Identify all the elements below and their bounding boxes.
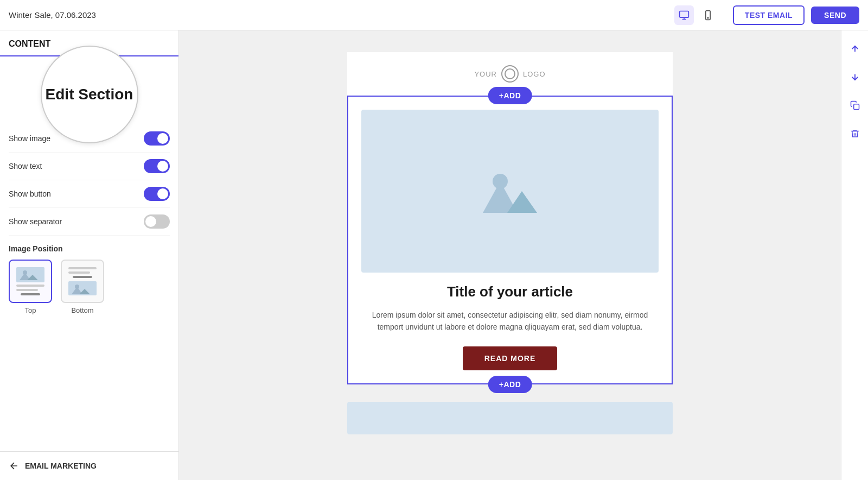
logo-circle-inner (505, 68, 515, 79)
canvas-area: YOUR LOGO +ADD (179, 30, 841, 480)
section-wrapper: +ADD Title of your article Lorem ipsum d… (347, 96, 673, 384)
delete-button[interactable] (845, 124, 865, 143)
send-button[interactable]: SEND (811, 7, 859, 24)
add-section-bottom-button[interactable]: +ADD (488, 376, 532, 393)
duplicate-button[interactable] (845, 96, 865, 115)
svg-rect-10 (68, 267, 97, 269)
top-bar: Winter Sale, 07.06.2023 TEST EMAIL SEND (0, 0, 868, 30)
show-text-toggle[interactable] (144, 159, 170, 173)
mobile-view-button[interactable] (698, 5, 718, 25)
svg-rect-11 (68, 271, 90, 274)
position-options: Top (9, 260, 170, 314)
position-bottom-option[interactable]: Bottom (61, 260, 104, 314)
show-image-label: Show image (9, 134, 50, 143)
email-marketing-label: EMAIL MARKETING (25, 462, 97, 470)
sidebar-footer[interactable]: EMAIL MARKETING (0, 451, 178, 480)
svg-rect-7 (16, 285, 44, 287)
image-position-section: Image Position (9, 236, 170, 323)
position-bottom-label: Bottom (71, 306, 93, 314)
position-top-card (9, 260, 52, 303)
show-separator-row: Show separator (9, 208, 170, 236)
show-button-row: Show button (9, 180, 170, 208)
svg-rect-8 (16, 289, 38, 291)
add-section-top-button[interactable]: +ADD (488, 87, 532, 104)
svg-marker-19 (507, 191, 537, 213)
article-image (361, 110, 659, 273)
read-more-button[interactable]: READ MORE (463, 346, 558, 370)
svg-point-2 (707, 17, 709, 18)
logo-text-left: YOUR (474, 70, 497, 78)
position-bottom-card (61, 260, 104, 303)
svg-rect-9 (21, 293, 40, 295)
sidebar-controls: Show image Show text Show button Show se… (0, 116, 178, 451)
image-position-label: Image Position (9, 244, 170, 253)
logo-circle-icon (501, 65, 519, 83)
sidebar: CONTENT Edit Section Show image Show tex… (0, 30, 179, 480)
back-arrow-icon (9, 460, 20, 471)
edit-section-circle: Edit Section (41, 46, 138, 143)
svg-rect-20 (853, 104, 859, 110)
show-separator-toggle[interactable] (144, 214, 170, 229)
position-top-label: Top (25, 306, 36, 314)
svg-rect-0 (680, 11, 689, 17)
move-down-button[interactable] (845, 67, 865, 87)
trash-icon (850, 129, 860, 138)
email-container: YOUR LOGO +ADD (347, 52, 673, 458)
article-body: Lorem ipsum dolor sit amet, consectetur … (361, 309, 659, 333)
test-email-button[interactable]: TEST EMAIL (733, 5, 805, 25)
show-text-row: Show text (9, 153, 170, 180)
show-button-label: Show button (9, 190, 51, 198)
svg-rect-12 (73, 276, 92, 278)
image-placeholder-icon (477, 164, 542, 218)
desktop-view-button[interactable] (674, 5, 694, 25)
article-title: Title of your article (361, 283, 659, 300)
copy-icon (850, 100, 860, 110)
email-section: Title of your article Lorem ipsum dolor … (347, 96, 673, 384)
show-image-toggle[interactable] (144, 131, 170, 146)
next-section-preview (347, 402, 673, 434)
show-separator-label: Show separator (9, 217, 62, 226)
arrow-up-icon (850, 44, 860, 54)
right-toolbar (841, 30, 868, 480)
edit-section-label: Edit Section (46, 85, 133, 104)
logo-text-right: LOGO (523, 70, 546, 78)
main-layout: CONTENT Edit Section Show image Show tex… (0, 30, 868, 480)
show-button-toggle[interactable] (144, 187, 170, 201)
arrow-down-icon (850, 72, 860, 82)
move-up-button[interactable] (845, 39, 865, 59)
content-tab[interactable]: CONTENT (9, 39, 50, 55)
campaign-title: Winter Sale, 07.06.2023 (9, 10, 668, 20)
device-toggle-group (674, 5, 718, 25)
position-top-option[interactable]: Top (9, 260, 52, 314)
show-text-label: Show text (9, 162, 42, 170)
